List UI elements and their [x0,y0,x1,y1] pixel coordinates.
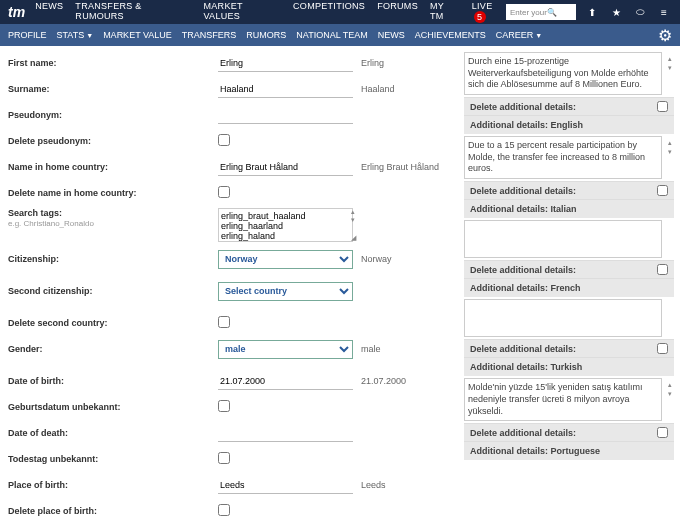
nav-forums[interactable]: FORUMS [377,1,418,23]
tab-profile[interactable]: PROFILE [8,30,47,40]
search-tags-label: Search tags:e.g. Christiano_Ronaldo [8,208,218,228]
delete-home-name-label: Delete name in home country: [8,188,218,198]
details-italian-text[interactable] [464,220,662,258]
pseudonym-input[interactable] [218,107,353,124]
gender-label: Gender: [8,344,218,354]
details-english-text[interactable]: Due to a 15 percent resale participation… [464,136,662,179]
details-french-head: Additional details: French [464,278,674,297]
dod-unknown-checkbox[interactable] [218,452,230,464]
spinner-down-icon[interactable]: ▾ [668,63,672,72]
delete-details-french: Delete additional details: [464,339,674,357]
delete-details-english: Delete additional details: [464,181,674,199]
details-english-head: Additional details: English [464,115,674,134]
second-citizenship-select[interactable]: Select country [218,282,353,301]
menu-icon[interactable]: ≡ [656,4,672,20]
surname-current: Haaland [353,84,395,94]
delete-details-german: Delete additional details: [464,97,674,115]
second-citizenship-label: Second citizenship: [8,286,218,296]
details-panel: Durch eine 15-prozentige Weiterverkaufsb… [460,46,680,518]
resize-icon[interactable]: ◢ [351,234,361,242]
tab-achievements[interactable]: ACHIEVEMENTS [415,30,486,40]
tab-market-value[interactable]: MARKET VALUE [103,30,172,40]
dob-unknown-label: Geburtsdatum unbekannt: [8,402,218,412]
nav-news[interactable]: NEWS [35,1,63,23]
dod-label: Date of death: [8,428,218,438]
gender-select[interactable]: male [218,340,353,359]
dob-label: Date of birth: [8,376,218,386]
delete-second-country-checkbox[interactable] [218,316,230,328]
tab-rumors[interactable]: RUMORS [246,30,286,40]
search-input[interactable]: Enter your 🔍 [506,4,576,20]
nav-competitions[interactable]: COMPETITIONS [293,1,365,23]
dod-unknown-label: Todestag unbekannt: [8,454,218,464]
user-icon[interactable]: ⬭ [632,4,648,20]
form-panel: First name:Erling Surname:Haaland Pseudo… [0,46,460,518]
nav-live[interactable]: LIVE5 [472,1,506,23]
spinner-up-icon[interactable]: ▴ [668,380,672,389]
delete-pob-label: Delete place of birth: [8,506,218,516]
delete-details-italian: Delete additional details: [464,260,674,278]
sub-bar: PROFILE STATS▼ MARKET VALUE TRANSFERS RU… [0,24,680,46]
nav-my-tm[interactable]: MY TM [430,1,460,23]
first-name-input[interactable] [218,55,353,72]
delete-pseudonym-checkbox[interactable] [218,134,230,146]
home-name-input[interactable] [218,159,353,176]
first-name-label: First name: [8,58,218,68]
spinner-up-icon[interactable]: ▴ [351,208,361,216]
delete-italian-checkbox[interactable] [657,264,668,275]
first-name-current: Erling [353,58,384,68]
dob-current: 21.07.2000 [353,376,406,386]
top-tools: Enter your 🔍 ⬆ ★ ⬭ ≡ [506,4,672,20]
nav-transfers-rumours[interactable]: TRANSFERS & RUMOURS [75,1,191,23]
citizenship-select[interactable]: Norway [218,250,353,269]
tab-stats[interactable]: STATS▼ [57,30,94,40]
delete-details-turkish: Delete additional details: [464,423,674,441]
delete-german-checkbox[interactable] [657,101,668,112]
dod-input[interactable] [218,425,353,442]
nav-market-values[interactable]: MARKET VALUES [203,1,281,23]
top-nav: NEWS TRANSFERS & RUMOURS MARKET VALUES C… [35,1,506,23]
delete-turkish-checkbox[interactable] [657,427,668,438]
details-german-text[interactable]: Durch eine 15-prozentige Weiterverkaufsb… [464,52,662,95]
tab-news[interactable]: NEWS [378,30,405,40]
delete-pseudonym-label: Delete pseudonym: [8,136,218,146]
details-portuguese-head: Additional details: Portuguese [464,441,674,460]
pseudonym-label: Pseudonym: [8,110,218,120]
surname-input[interactable] [218,81,353,98]
delete-second-country-label: Delete second country: [8,318,218,328]
top-bar: tm NEWS TRANSFERS & RUMOURS MARKET VALUE… [0,0,680,24]
pob-label: Place of birth: [8,480,218,490]
upload-icon[interactable]: ⬆ [584,4,600,20]
gear-icon[interactable]: ⚙ [658,26,672,45]
tab-career[interactable]: CAREER▼ [496,30,542,40]
dob-input[interactable] [218,373,353,390]
spinner-down-icon[interactable]: ▾ [668,389,672,398]
logo[interactable]: tm [8,4,25,20]
details-turkish-text[interactable]: Molde'nin yüzde 15'lik yeniden satış kat… [464,378,662,421]
spinner-up-icon[interactable]: ▴ [668,54,672,63]
pob-current: Leeds [353,480,386,490]
home-name-current: Erling Braut Håland [353,162,439,172]
citizenship-current: Norway [353,254,392,264]
surname-label: Surname: [8,84,218,94]
delete-home-name-checkbox[interactable] [218,186,230,198]
spinner-down-icon[interactable]: ▾ [351,216,361,224]
home-name-label: Name in home country: [8,162,218,172]
citizenship-label: Citizenship: [8,254,218,264]
details-french-text[interactable] [464,299,662,337]
gender-current: male [353,344,381,354]
details-italian-head: Additional details: Italian [464,199,674,218]
search-tags-input[interactable]: erling_braut_haaland erling_haarland erl… [218,208,353,242]
pob-input[interactable] [218,477,353,494]
star-icon[interactable]: ★ [608,4,624,20]
delete-french-checkbox[interactable] [657,343,668,354]
dob-unknown-checkbox[interactable] [218,400,230,412]
tab-national-team[interactable]: NATIONAL TEAM [296,30,367,40]
spinner-up-icon[interactable]: ▴ [668,138,672,147]
details-turkish-head: Additional details: Turkish [464,357,674,376]
tab-transfers[interactable]: TRANSFERS [182,30,237,40]
live-badge: 5 [474,11,486,23]
delete-english-checkbox[interactable] [657,185,668,196]
delete-pob-checkbox[interactable] [218,504,230,516]
spinner-down-icon[interactable]: ▾ [668,147,672,156]
